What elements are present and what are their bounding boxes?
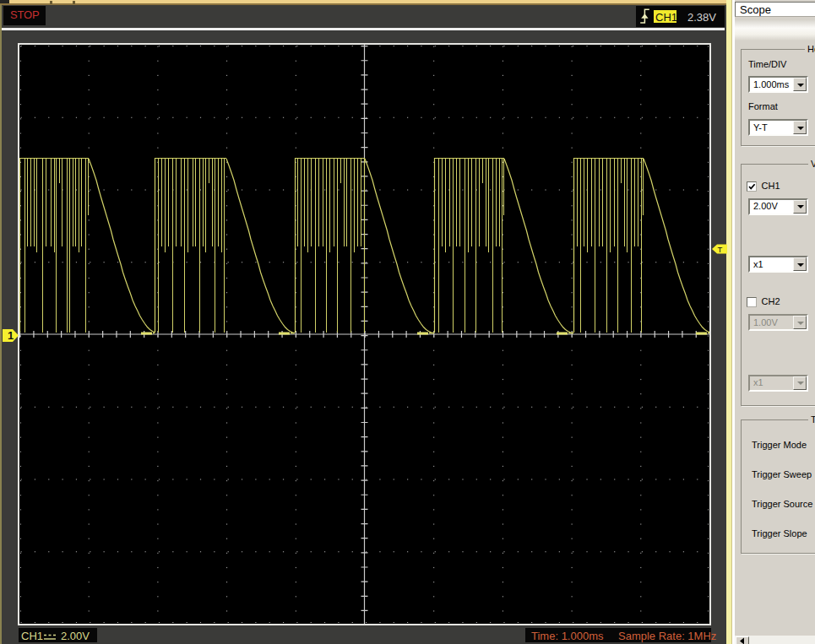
- svg-text:1: 1: [8, 329, 14, 342]
- svg-text:T: T: [718, 245, 723, 254]
